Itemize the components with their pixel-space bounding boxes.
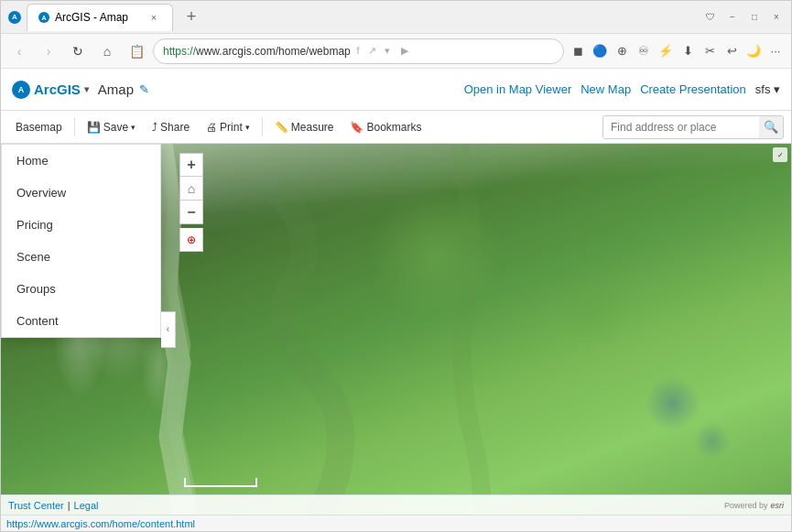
tab-title: ArcGIS - Amap	[55, 11, 128, 24]
close-button[interactable]: ×	[769, 10, 784, 25]
menu-item-pricing[interactable]: Pricing	[2, 209, 160, 241]
esri-logo: esri	[770, 501, 784, 510]
zoom-home-icon: ⌂	[188, 181, 195, 196]
menu-item-groups[interactable]: Groups	[2, 273, 160, 305]
tab-favicon: A	[8, 11, 21, 24]
search-input[interactable]	[603, 116, 759, 138]
arcgis-logo[interactable]: A ArcGIS ▾	[12, 81, 89, 99]
map-scale-bar	[184, 478, 257, 487]
back-button[interactable]: ‹	[6, 38, 32, 64]
read-mode-button[interactable]: 📋	[124, 38, 149, 64]
app-title: Amap	[98, 81, 134, 97]
toolbar-separator-1	[74, 118, 75, 136]
dropdown-menu: Home Overview Pricing Scene Groups Conte…	[1, 144, 161, 338]
save-button[interactable]: 💾 Save ▾	[80, 117, 143, 137]
browser-titlebar: A A ArcGIS - Amap × + 🛡 − □ ×	[1, 1, 791, 34]
app-content: A ArcGIS ▾ Amap ✎ Open in Map Viewer New…	[1, 69, 791, 531]
zoom-home-button[interactable]: ⌂	[179, 177, 203, 201]
measure-button[interactable]: 📏 Measure	[267, 117, 342, 137]
zoom-out-button[interactable]: −	[179, 201, 203, 224]
open-in-map-viewer-link[interactable]: Open in Map Viewer	[464, 82, 572, 96]
address-protocol: https://	[163, 45, 196, 58]
new-map-link[interactable]: New Map	[580, 82, 631, 96]
ext-icon-6[interactable]: ⬇	[678, 41, 698, 61]
print-dropdown-arrow: ▾	[245, 123, 250, 132]
print-icon: 🖨	[206, 121, 217, 134]
share-button[interactable]: ⤴ Share	[145, 117, 197, 137]
menu-item-content[interactable]: Content	[2, 305, 160, 337]
ext-icon-3[interactable]: ⊕	[612, 41, 632, 61]
ext-icon-undo[interactable]: ↩	[721, 41, 742, 61]
measure-label: Measure	[291, 121, 334, 134]
bookmarks-label: Bookmarks	[366, 121, 421, 134]
print-button[interactable]: 🖨 Print ▾	[199, 117, 257, 137]
zoom-in-button[interactable]: +	[179, 153, 203, 177]
ext-icon-4[interactable]: ♾	[634, 41, 654, 61]
user-menu[interactable]: sfs ▾	[755, 82, 780, 96]
ext-icon-moon[interactable]: 🌙	[743, 41, 764, 61]
compass-icon: ⊕	[187, 233, 196, 246]
map-container[interactable]: Home Overview Pricing Scene Groups Conte…	[1, 144, 791, 515]
address-domain: www.arcgis.com/home/webmap	[196, 45, 351, 58]
menu-item-scene[interactable]: Scene	[2, 241, 160, 273]
menu-item-home[interactable]: Home	[2, 145, 160, 177]
ext-icon-2[interactable]: 🔵	[590, 41, 610, 61]
share-label: Share	[160, 121, 190, 134]
status-bar: https://www.arcgis.com/home/content.html	[1, 515, 791, 531]
legal-link[interactable]: Legal	[74, 500, 99, 511]
address-bar[interactable]: https:// www.arcgis.com/home/webmap f ↗ …	[153, 38, 564, 64]
ext-icon-7[interactable]: ✂	[700, 41, 720, 61]
trust-center-link[interactable]: Trust Center	[8, 500, 64, 511]
ext-icon-more[interactable]: ···	[765, 41, 786, 61]
window-controls: 🛡 − □ ×	[703, 10, 784, 25]
edit-title-icon[interactable]: ✎	[139, 82, 149, 96]
ext-icon-5[interactable]: ⚡	[656, 41, 676, 61]
basemap-button[interactable]: Basemap	[8, 117, 70, 137]
toolbar-separator-2	[262, 118, 263, 136]
compass-button[interactable]: ⊕	[179, 228, 203, 252]
app-header: A ArcGIS ▾ Amap ✎ Open in Map Viewer New…	[1, 69, 791, 111]
home-button[interactable]: ⌂	[94, 38, 120, 64]
browser-toolbar: ‹ › ↻ ⌂ 📋 https:// www.arcgis.com/home/w…	[1, 34, 791, 69]
save-dropdown-arrow: ▾	[131, 123, 136, 132]
esri-badge: Powered by esri	[724, 501, 784, 510]
share-icon: ⤴	[152, 121, 157, 134]
map-zoom-controls: + ⌂ − ⊕	[179, 153, 203, 252]
bookmarks-icon: 🔖	[350, 121, 363, 134]
active-tab[interactable]: A ArcGIS - Amap ×	[27, 4, 173, 31]
shield-icon: 🛡	[703, 10, 718, 25]
arcgis-logo-icon: A	[12, 81, 30, 99]
basemap-label: Basemap	[16, 121, 62, 134]
map-toolbar: Basemap 💾 Save ▾ ⤴ Share 🖨 Print ▾ 📏 Mea…	[1, 111, 791, 144]
bookmarks-button[interactable]: 🔖 Bookmarks	[342, 117, 429, 137]
restore-button[interactable]: □	[747, 10, 762, 25]
app-title-area: Amap ✎	[98, 81, 149, 97]
new-tab-button[interactable]: +	[179, 5, 204, 30]
save-label: Save	[103, 121, 128, 134]
arcgis-dropdown-arrow: ▾	[84, 84, 89, 94]
extension-icons: ◼ 🔵 ⊕ ♾ ⚡ ⬇ ✂ ↩ 🌙 ···	[568, 41, 786, 61]
search-button[interactable]: 🔍	[759, 115, 783, 139]
arcgis-logo-text: ArcGIS	[34, 81, 81, 97]
map-attribution-badge: ✓	[773, 147, 787, 162]
app-header-actions: Open in Map Viewer New Map Create Presen…	[464, 82, 780, 96]
tab-close-button[interactable]: ×	[146, 10, 161, 25]
bottom-separator: |	[68, 500, 71, 511]
menu-item-overview[interactable]: Overview	[2, 177, 160, 209]
measure-icon: 📏	[275, 121, 288, 134]
panel-collapse-button[interactable]: ‹	[161, 311, 176, 348]
refresh-button[interactable]: ↻	[65, 38, 91, 64]
status-url: https://www.arcgis.com/home/content.html	[6, 518, 195, 529]
ext-icon-1[interactable]: ◼	[568, 41, 588, 61]
forward-button[interactable]: ›	[36, 38, 61, 64]
map-bottom-bar: Trust Center | Legal Powered by esri	[1, 494, 791, 515]
user-label: sfs ▾	[755, 82, 780, 96]
address-extra-icons: f ↗ ▾ ▶	[356, 45, 408, 57]
minimize-button[interactable]: −	[725, 10, 740, 25]
print-label: Print	[220, 121, 243, 134]
save-icon: 💾	[87, 121, 101, 134]
create-presentation-link[interactable]: Create Presentation	[640, 82, 746, 96]
powered-by-text: Powered by	[724, 501, 768, 510]
map-search[interactable]: 🔍	[602, 115, 784, 139]
tab-icon: A	[38, 12, 49, 23]
